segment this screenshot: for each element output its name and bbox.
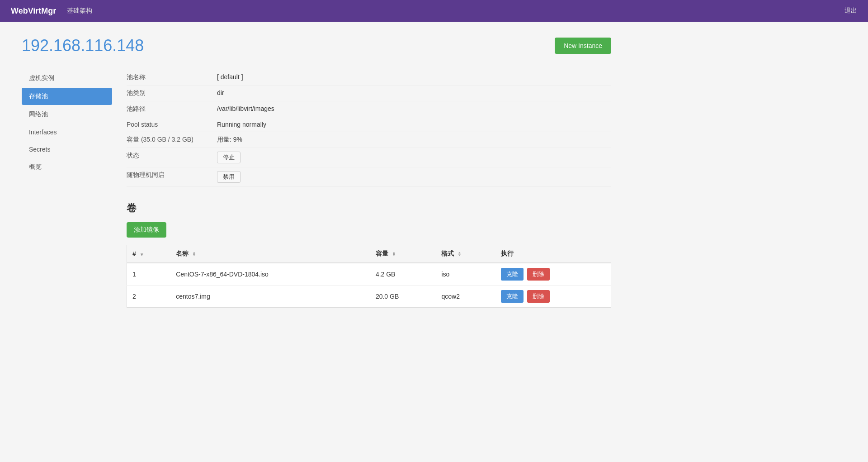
- volumes-table-header: # ▼ 名称 ⇕ 容量 ⇕ 格式 ⇕: [127, 245, 611, 263]
- add-image-button[interactable]: 添加镜像: [127, 222, 166, 238]
- cell-name-1: centos7.img: [170, 286, 370, 308]
- sidebar-item-interfaces[interactable]: Interfaces: [22, 124, 112, 140]
- col-num: # ▼: [127, 245, 171, 263]
- sort-icon-capacity: ⇕: [392, 252, 396, 257]
- cell-num-0: 1: [127, 263, 171, 286]
- cell-action-0: 克隆 删除: [495, 263, 611, 286]
- col-name: 名称 ⇕: [170, 245, 370, 263]
- pool-value-capacity: 用量: 9%: [217, 136, 242, 144]
- pool-info-row-0: 池名称 [ default ]: [127, 70, 611, 86]
- sidebar-item-vm-instances[interactable]: 虚机实例: [22, 70, 112, 87]
- pool-label-name: 池名称: [127, 73, 217, 81]
- page-title: 192.168.116.148: [22, 36, 144, 55]
- pool-info-table: 池名称 [ default ] 池类别 dir 池路径 /var/lib/lib…: [127, 70, 611, 187]
- cell-capacity-0: 4.2 GB: [370, 263, 436, 286]
- sidebar-item-storage-pool[interactable]: 存储池: [22, 88, 112, 105]
- sort-icon-format: ⇕: [458, 252, 461, 257]
- sort-icon-num: ▼: [140, 252, 144, 257]
- topbar-nav-link[interactable]: 基础架构: [67, 7, 92, 15]
- page-header: 192.168.116.148 New Instance: [22, 36, 611, 55]
- pool-info-row-6: 随物理机同启 禁用: [127, 167, 611, 187]
- pool-info-row-2: 池路径 /var/lib/libvirt/images: [127, 101, 611, 117]
- col-format: 格式 ⇕: [436, 245, 495, 263]
- pool-state-button[interactable]: 停止: [217, 152, 241, 163]
- cell-action-1: 克隆 删除: [495, 286, 611, 308]
- col-action: 执行: [495, 245, 611, 263]
- sidebar-item-secrets[interactable]: Secrets: [22, 141, 112, 157]
- topbar-logout[interactable]: 退出: [844, 7, 857, 15]
- pool-label-autostart: 随物理机同启: [127, 171, 217, 183]
- pool-label-capacity: 容量 (35.0 GB / 3.2 GB): [127, 136, 217, 144]
- sidebar-item-network-pool[interactable]: 网络池: [22, 106, 112, 123]
- table-row: 1 CentOS-7-x86_64-DVD-1804.iso 4.2 GB is…: [127, 263, 611, 286]
- new-instance-button[interactable]: New Instance: [555, 38, 611, 54]
- topbar-brand: WebVirtMgr: [11, 6, 56, 16]
- pool-value-type: dir: [217, 89, 224, 97]
- pool-label-path: 池路径: [127, 105, 217, 113]
- sidebar: 虚机实例 存储池 网络池 Interfaces Secrets 概览: [22, 70, 112, 308]
- volumes-table: # ▼ 名称 ⇕ 容量 ⇕ 格式 ⇕: [127, 245, 611, 308]
- pool-value-path: /var/lib/libvirt/images: [217, 105, 274, 113]
- sort-icon-name: ⇕: [192, 252, 196, 257]
- pool-value-status: Running normally: [217, 121, 266, 128]
- clone-button-0[interactable]: 克隆: [501, 268, 524, 281]
- layout: 虚机实例 存储池 网络池 Interfaces Secrets 概览 池名称 […: [22, 70, 611, 308]
- cell-format-1: qcow2: [436, 286, 495, 308]
- delete-button-0[interactable]: 删除: [527, 268, 550, 281]
- cell-name-0: CentOS-7-x86_64-DVD-1804.iso: [170, 263, 370, 286]
- col-capacity: 容量 ⇕: [370, 245, 436, 263]
- cell-format-0: iso: [436, 263, 495, 286]
- sidebar-item-overview[interactable]: 概览: [22, 158, 112, 176]
- pool-info-row-3: Pool status Running normally: [127, 117, 611, 132]
- pool-info-row-5: 状态 停止: [127, 148, 611, 167]
- volumes-section-title: 卷: [127, 201, 611, 215]
- pool-autostart-button[interactable]: 禁用: [217, 171, 241, 183]
- table-row: 2 centos7.img 20.0 GB qcow2 克隆 删除: [127, 286, 611, 308]
- pool-label-state: 状态: [127, 152, 217, 163]
- delete-button-1[interactable]: 删除: [527, 290, 550, 303]
- main-content: 192.168.116.148 New Instance 虚机实例 存储池 网络…: [0, 22, 633, 322]
- pool-label-status: Pool status: [127, 121, 217, 128]
- pool-value-name: [ default ]: [217, 73, 243, 81]
- topbar-left: WebVirtMgr 基础架构: [11, 6, 92, 16]
- cell-num-1: 2: [127, 286, 171, 308]
- pool-info-row-1: 池类别 dir: [127, 86, 611, 101]
- clone-button-1[interactable]: 克隆: [501, 290, 524, 303]
- detail-content: 池名称 [ default ] 池类别 dir 池路径 /var/lib/lib…: [112, 70, 611, 308]
- pool-info-row-4: 容量 (35.0 GB / 3.2 GB) 用量: 9%: [127, 132, 611, 148]
- cell-capacity-1: 20.0 GB: [370, 286, 436, 308]
- topbar: WebVirtMgr 基础架构 退出: [0, 0, 868, 22]
- pool-label-type: 池类别: [127, 89, 217, 97]
